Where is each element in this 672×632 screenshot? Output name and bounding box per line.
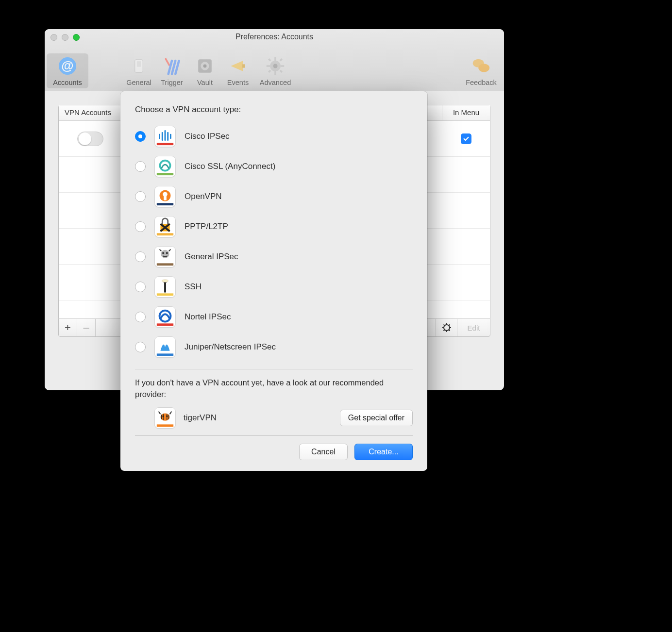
svg-rect-11 bbox=[274, 71, 276, 75]
svg-rect-56 bbox=[157, 323, 173, 326]
cisco-ipsec-icon bbox=[154, 126, 176, 147]
svg-rect-53 bbox=[157, 293, 173, 296]
svg-point-9 bbox=[273, 64, 277, 68]
toolbar-item-advanced[interactable]: Advanced bbox=[254, 53, 296, 88]
svg-line-25 bbox=[443, 325, 444, 326]
divider bbox=[135, 369, 413, 369]
svg-point-51 bbox=[166, 252, 168, 254]
svg-point-19 bbox=[478, 64, 489, 72]
trigger-icon bbox=[161, 55, 183, 77]
action-menu-button[interactable] bbox=[436, 319, 457, 336]
add-button[interactable]: + bbox=[59, 319, 77, 336]
cisco-ssl-icon bbox=[154, 156, 176, 177]
svg-line-26 bbox=[449, 330, 450, 331]
create-button[interactable]: Create... bbox=[354, 444, 413, 460]
vault-icon bbox=[194, 55, 216, 77]
sheet-title: Choose a VPN account type: bbox=[135, 105, 413, 115]
radio-button[interactable] bbox=[135, 312, 146, 322]
toolbar: @ Accounts General Trigger bbox=[45, 46, 504, 91]
radio-button[interactable] bbox=[135, 221, 146, 232]
toolbar-item-accounts[interactable]: @ Accounts bbox=[47, 53, 88, 88]
toolbar-item-feedback[interactable]: Feedback bbox=[460, 53, 502, 88]
gear-icon bbox=[265, 55, 286, 77]
svg-text:@: @ bbox=[61, 58, 73, 73]
svg-point-6 bbox=[203, 65, 207, 68]
vpn-option-ssh[interactable]: SSH bbox=[135, 272, 413, 302]
svg-line-28 bbox=[443, 330, 444, 331]
radio-button[interactable] bbox=[135, 251, 146, 262]
vpn-option-cisco-ssl[interactable]: Cisco SSL (AnyConnect) bbox=[135, 151, 413, 182]
toolbar-item-vault[interactable]: Vault bbox=[188, 53, 221, 88]
openvpn-icon bbox=[154, 186, 176, 207]
toolbar-item-trigger[interactable]: Trigger bbox=[155, 53, 188, 88]
vpn-option-juniper-ipsec[interactable]: Juniper/Netscreen IPSec bbox=[135, 332, 413, 362]
svg-point-62 bbox=[160, 413, 169, 420]
toolbar-item-events[interactable]: Events bbox=[221, 53, 254, 88]
enable-switch[interactable] bbox=[77, 132, 103, 146]
vpn-option-pptp-l2tp[interactable]: PPTP/L2TP bbox=[135, 212, 413, 242]
ssh-icon bbox=[154, 276, 176, 298]
toolbar-left: @ Accounts General Trigger bbox=[47, 53, 296, 88]
svg-point-54 bbox=[162, 280, 168, 283]
vpn-option-label: SSH bbox=[185, 282, 202, 292]
vpn-option-nortel-ipsec[interactable]: Nortel IPSec bbox=[135, 302, 413, 332]
cancel-button[interactable]: Cancel bbox=[299, 444, 348, 460]
svg-point-20 bbox=[444, 325, 450, 331]
vpn-option-label: Juniper/Netscreen IPSec bbox=[185, 342, 276, 352]
promo-row: tigerVPN Get special offer bbox=[135, 407, 413, 429]
radio-button[interactable] bbox=[135, 161, 146, 172]
toolbar-label: Accounts bbox=[53, 79, 82, 86]
juniper-ipsec-icon bbox=[154, 336, 176, 358]
toolbar-label: Events bbox=[227, 79, 249, 86]
get-special-offer-button[interactable]: Get special offer bbox=[340, 410, 413, 426]
remove-button[interactable]: – bbox=[77, 319, 96, 336]
svg-rect-10 bbox=[274, 57, 276, 61]
vpn-option-label: General IPSec bbox=[185, 252, 238, 262]
svg-rect-48 bbox=[157, 263, 173, 266]
svg-rect-45 bbox=[157, 233, 173, 235]
promo-provider-label: tigerVPN bbox=[184, 413, 217, 423]
switch-icon bbox=[128, 55, 150, 77]
toolbar-item-general[interactable]: General bbox=[122, 53, 155, 88]
svg-rect-15 bbox=[280, 70, 283, 73]
vpn-option-openvpn[interactable]: OpenVPN bbox=[135, 182, 413, 212]
svg-rect-12 bbox=[267, 65, 270, 67]
svg-point-50 bbox=[162, 252, 164, 254]
divider bbox=[135, 435, 413, 436]
general-ipsec-icon bbox=[154, 246, 176, 267]
svg-rect-14 bbox=[268, 58, 271, 61]
vpn-option-label: OpenVPN bbox=[185, 192, 222, 201]
radio-button[interactable] bbox=[135, 191, 146, 202]
megaphone-icon bbox=[227, 55, 249, 77]
edit-button[interactable]: Edit bbox=[457, 319, 490, 336]
window-title: Preferences: Accounts bbox=[45, 33, 504, 41]
column-header-accounts[interactable]: VPN Accounts bbox=[59, 105, 122, 120]
vpn-option-label: Cisco SSL (AnyConnect) bbox=[185, 162, 275, 171]
in-menu-checkbox[interactable] bbox=[461, 133, 471, 144]
radio-button[interactable] bbox=[135, 282, 146, 292]
chat-bubbles-icon bbox=[470, 55, 492, 77]
vpn-type-sheet: Choose a VPN account type: Cisco IPSec C… bbox=[120, 91, 427, 471]
toolbar-label: Feedback bbox=[466, 79, 497, 86]
sheet-buttons: Cancel Create... bbox=[135, 444, 413, 460]
vpn-option-label: PPTP/L2TP bbox=[185, 222, 228, 232]
pptp-l2tp-icon bbox=[154, 216, 176, 237]
svg-rect-61 bbox=[157, 424, 173, 427]
svg-rect-30 bbox=[157, 143, 173, 145]
tigervpn-icon bbox=[154, 407, 176, 429]
radio-button[interactable] bbox=[135, 131, 146, 142]
at-sign-icon: @ bbox=[57, 55, 78, 77]
svg-rect-37 bbox=[157, 173, 173, 175]
toolbar-label: Trigger bbox=[161, 79, 183, 86]
cell-in-menu bbox=[442, 133, 490, 144]
svg-rect-17 bbox=[268, 70, 271, 73]
radio-button[interactable] bbox=[135, 342, 146, 352]
svg-rect-13 bbox=[281, 65, 284, 67]
toolbar-label: General bbox=[126, 79, 151, 86]
vpn-option-cisco-ipsec[interactable]: Cisco IPSec bbox=[135, 121, 413, 151]
column-header-in-menu[interactable]: In Menu bbox=[442, 105, 490, 120]
vpn-option-general-ipsec[interactable]: General IPSec bbox=[135, 242, 413, 272]
vpn-option-label: Nortel IPSec bbox=[185, 312, 231, 322]
svg-rect-7 bbox=[242, 64, 245, 67]
svg-rect-43 bbox=[164, 196, 167, 200]
